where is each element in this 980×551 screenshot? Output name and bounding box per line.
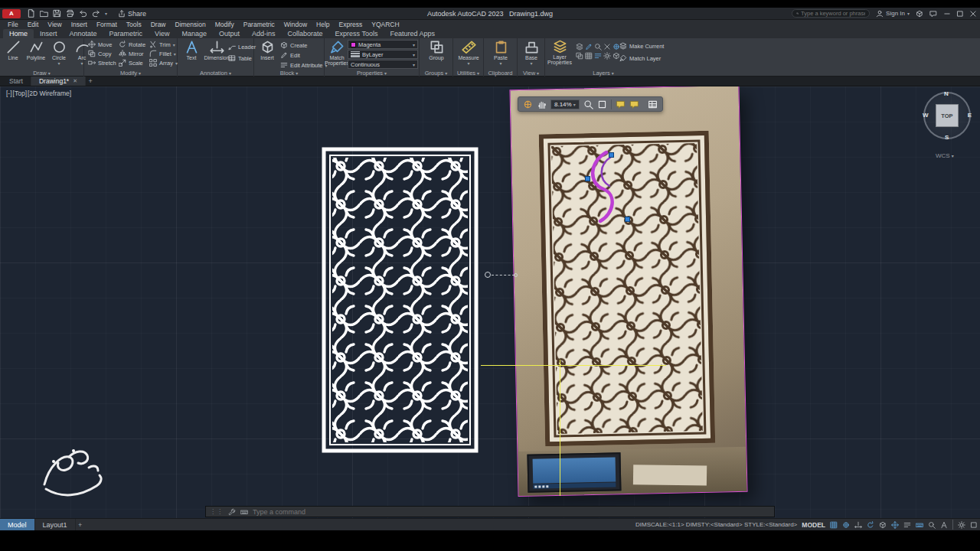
comment-bubble-icon[interactable] bbox=[629, 99, 639, 109]
trim-tool[interactable]: Trim▾ bbox=[149, 40, 180, 49]
search-input[interactable] bbox=[801, 10, 865, 17]
view-direction-button[interactable]: [Top] bbox=[13, 90, 27, 97]
block-panel-label[interactable]: Block▾ bbox=[254, 69, 324, 77]
menu-express[interactable]: Express bbox=[335, 21, 368, 28]
grid-display-toggle[interactable] bbox=[830, 521, 838, 529]
isometric-drafting-toggle[interactable] bbox=[879, 521, 887, 529]
customize-wrench-icon[interactable] bbox=[228, 508, 236, 516]
ribbon-tab-addins[interactable]: Add-ins bbox=[246, 29, 282, 38]
match-properties-tool[interactable]: Match Properties bbox=[326, 40, 348, 67]
qat-dropdown-icon[interactable]: ▾ bbox=[105, 11, 107, 16]
layer-tool-icon[interactable] bbox=[594, 51, 603, 60]
print-icon[interactable] bbox=[66, 9, 74, 18]
ribbon-tab-express-tools[interactable]: Express Tools bbox=[329, 29, 384, 38]
lineweight-display-toggle[interactable] bbox=[903, 521, 911, 529]
copy-tool[interactable]: Copy bbox=[88, 49, 119, 58]
polyline-tool[interactable]: Polyline bbox=[25, 40, 47, 67]
open-file-icon[interactable] bbox=[40, 9, 48, 18]
construction-line-vertical[interactable] bbox=[560, 360, 560, 496]
ribbon-tab-view[interactable]: View bbox=[149, 29, 175, 38]
layer-tool-icon[interactable] bbox=[603, 42, 612, 51]
zoom-extents-icon[interactable] bbox=[597, 99, 607, 109]
new-drawing-tab-button[interactable]: + bbox=[86, 77, 95, 86]
group-tool[interactable]: Group bbox=[426, 40, 447, 60]
modify-panel-label[interactable]: Modify▾ bbox=[84, 69, 177, 77]
command-bar-grip[interactable]: ⋮⋮ bbox=[210, 508, 224, 515]
properties-panel-label[interactable]: Properties▾ bbox=[325, 69, 419, 77]
layer-tool-icon[interactable] bbox=[576, 42, 584, 51]
menu-help[interactable]: Help bbox=[312, 21, 334, 28]
zoom-level-field[interactable]: 8.14%▾ bbox=[550, 99, 580, 109]
menu-draw[interactable]: Draw bbox=[146, 21, 171, 28]
make-current-tool[interactable]: Make Current bbox=[619, 41, 664, 51]
object-snap-toggle[interactable] bbox=[891, 521, 899, 529]
polar-tracking-toggle[interactable] bbox=[867, 521, 874, 529]
layers-panel-label[interactable]: Layers▾ bbox=[545, 69, 662, 77]
object-color-dropdown[interactable]: Magenta ▾ bbox=[348, 40, 418, 49]
stretch-tool[interactable]: Stretch bbox=[88, 58, 119, 67]
menu-yqarch[interactable]: YQARCH bbox=[367, 21, 403, 28]
annotation-scale-button[interactable] bbox=[940, 521, 948, 529]
text-tool[interactable]: Text bbox=[181, 40, 202, 60]
help-icon[interactable] bbox=[929, 10, 937, 18]
annotation-panel-label[interactable]: Annotation▾ bbox=[178, 69, 253, 77]
insert-block-tool[interactable]: Insert bbox=[256, 40, 278, 60]
create-block-tool[interactable]: Create bbox=[280, 41, 328, 50]
share-button[interactable]: Share bbox=[118, 10, 146, 18]
layer-tool-icon[interactable] bbox=[603, 51, 612, 60]
customization-gear-icon[interactable] bbox=[958, 521, 965, 529]
layer-tool-icon[interactable] bbox=[594, 42, 603, 51]
lattice-panel-drawing[interactable] bbox=[322, 147, 479, 453]
selection-cycling-toggle[interactable] bbox=[928, 521, 936, 529]
construction-line-horizontal[interactable] bbox=[481, 365, 666, 366]
redo-icon[interactable] bbox=[92, 9, 100, 18]
menu-window[interactable]: Window bbox=[279, 21, 312, 28]
measure-tool[interactable]: Measure▾ bbox=[458, 40, 479, 67]
comment-bubble-icon[interactable] bbox=[616, 99, 626, 109]
app-store-icon[interactable] bbox=[916, 10, 923, 18]
scale-tool[interactable]: Scale bbox=[119, 58, 149, 67]
layer-tool-icon[interactable] bbox=[576, 51, 584, 60]
lineweight-dropdown[interactable]: ByLayer ▾ bbox=[348, 50, 418, 59]
ribbon-tab-manage[interactable]: Manage bbox=[175, 29, 213, 38]
layer-tool-icon[interactable] bbox=[585, 42, 593, 51]
selection-endpoint-node[interactable] bbox=[514, 273, 518, 277]
mirror-tool[interactable]: Mirror bbox=[119, 49, 149, 58]
edit-block-tool[interactable]: Edit bbox=[280, 51, 328, 60]
close-button[interactable] bbox=[969, 10, 977, 18]
utilities-panel-label[interactable]: Utilities▾ bbox=[453, 69, 483, 77]
groups-panel-label[interactable]: Groups▾ bbox=[420, 69, 452, 77]
compass-north[interactable]: N bbox=[944, 90, 949, 97]
command-line[interactable]: ⋮⋮ bbox=[205, 506, 775, 517]
hand-pan-icon[interactable] bbox=[537, 99, 547, 109]
layer-properties-tool[interactable]: Layer Properties bbox=[547, 39, 573, 66]
menu-edit[interactable]: Edit bbox=[23, 21, 44, 28]
compass-west[interactable]: W bbox=[923, 112, 929, 119]
base-view-tool[interactable]: Base▾ bbox=[521, 40, 542, 67]
menu-insert[interactable]: Insert bbox=[67, 21, 92, 28]
menu-modify[interactable]: Modify bbox=[211, 21, 239, 28]
linetype-dropdown[interactable]: Continuous ▾ bbox=[348, 60, 418, 69]
rotate-tool[interactable]: Rotate bbox=[119, 40, 149, 49]
grid-table-icon[interactable] bbox=[648, 99, 658, 109]
compass-south[interactable]: S bbox=[945, 134, 949, 141]
search-box[interactable] bbox=[792, 9, 870, 18]
save-icon[interactable] bbox=[53, 9, 61, 18]
new-file-icon[interactable] bbox=[27, 9, 35, 18]
dimension-tool[interactable]: Dimension bbox=[204, 40, 230, 60]
leader-tool[interactable]: Leader bbox=[228, 42, 256, 51]
ribbon-tab-insert[interactable]: Insert bbox=[34, 29, 64, 38]
ribbon-tab-home[interactable]: Home bbox=[3, 29, 34, 38]
snap-mode-toggle[interactable] bbox=[842, 521, 850, 529]
menu-tools[interactable]: Tools bbox=[122, 21, 146, 28]
file-tab-start[interactable]: Start bbox=[2, 77, 31, 86]
selection-endpoint-node[interactable] bbox=[485, 272, 491, 278]
grip-point[interactable] bbox=[625, 217, 630, 222]
maximize-button[interactable] bbox=[956, 10, 964, 18]
visual-style-button[interactable]: [2D Wireframe] bbox=[28, 90, 71, 97]
view-panel-label[interactable]: View▾ bbox=[518, 69, 544, 77]
autocad-logo-icon[interactable]: A bbox=[2, 9, 21, 18]
command-input[interactable] bbox=[253, 508, 770, 516]
ribbon-tab-collaborate[interactable]: Collaborate bbox=[282, 29, 329, 38]
file-tab-drawing1[interactable]: Drawing1*✕ bbox=[31, 77, 86, 86]
